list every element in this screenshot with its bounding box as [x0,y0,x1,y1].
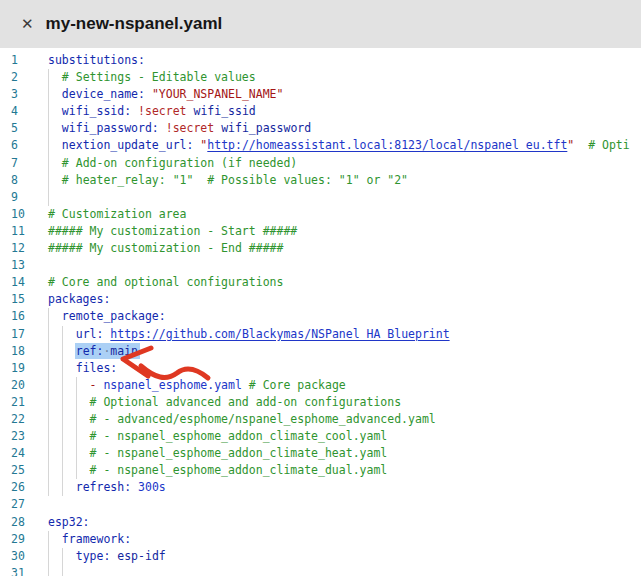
indent-guide [48,565,49,576]
line-number: 9 [11,189,18,206]
line-number: 21 [11,394,25,411]
code-line[interactable]: 26 refresh: 300s [0,479,641,496]
line-number: 29 [11,531,25,548]
code-token: !secret [138,104,186,118]
code-text: # - advanced/esphome/nspanel_esphome_adv… [48,411,436,428]
code-token: # Customization area [48,207,186,221]
code-line[interactable]: 24 # - nspanel_esphome_addon_climate_hea… [0,445,641,462]
code-line[interactable]: 22 # - advanced/esphome/nspanel_esphome_… [0,411,641,428]
code-token: "YOUR_NSPANEL_NAME" [152,87,284,101]
code-token: substitutions: [48,53,145,67]
code-text: type: esp-idf [48,548,166,565]
line-number: 28 [11,514,25,531]
code-line[interactable]: 13 [0,257,641,274]
code-line[interactable]: 14# Core and optional configurations [0,274,641,291]
code-token: # Add-on configuration (if needed) [62,156,297,170]
code-text: substitutions: [48,52,145,69]
line-number: 8 [11,172,18,189]
line-number: 18 [11,343,25,360]
code-text: # - nspanel_esphome_addon_climate_dual.y… [48,462,387,479]
code-line[interactable]: 6 nextion_update_url: "http://homeassist… [0,137,641,154]
code-text: # Core and optional configurations [48,274,283,291]
code-line[interactable]: 2 # Settings - Editable values [0,69,641,86]
code-line[interactable]: 17 url: https://github.com/Blackymas/NSP… [0,326,641,343]
line-number: 15 [11,291,25,308]
code-line[interactable]: 12##### My customization - End ##### [0,240,641,257]
file-tab-header: ✕ my-new-nspanel.yaml [0,0,641,48]
code-line[interactable]: 23 # - nspanel_esphome_addon_climate_coo… [0,428,641,445]
code-token: esp-idf [117,549,165,563]
code-line[interactable]: 8 # heater_relay: "1" # Possible values:… [0,172,641,189]
code-text: ##### My customization - End ##### [48,240,283,257]
code-line[interactable]: 29 framework: [0,531,641,548]
code-line[interactable]: 27 [0,496,641,513]
code-line[interactable]: 18 ref:·main [0,343,641,360]
line-number: 24 [11,445,25,462]
code-line[interactable]: 20 - nspanel_esphome.yaml # Core package [0,377,641,394]
code-token [131,104,138,118]
line-number: 27 [11,496,25,513]
code-line[interactable]: 9 [0,189,641,206]
code-line[interactable]: 31 [0,565,641,576]
code-line[interactable]: 10# Customization area [0,206,641,223]
code-line[interactable]: 1substitutions: [0,52,641,69]
line-number: 11 [11,223,25,240]
code-line[interactable]: 7 # Add-on configuration (if needed) [0,155,641,172]
code-token: - [90,378,104,392]
code-text: # Add-on configuration (if needed) [48,155,297,172]
code-text: files: [48,360,117,377]
code-line[interactable]: 25 # - nspanel_esphome_addon_climate_dua… [0,462,641,479]
code-token: refresh: [76,480,131,494]
code-text: url: https://github.com/Blackymas/NSPane… [48,326,450,343]
code-token: wifi_password: [62,121,159,135]
indent-guide [62,565,63,576]
line-number: 26 [11,479,25,496]
code-token: # Optional advanced and add-on configura… [90,395,402,409]
code-token: ref: [76,344,104,358]
code-line[interactable]: 16 remote_package: [0,308,641,325]
code-text: # - nspanel_esphome_addon_climate_cool.y… [48,428,387,445]
code-text: # - nspanel_esphome_addon_climate_heat.y… [48,445,387,462]
code-token: nspanel_esphome.yaml [103,378,241,392]
code-token: remote_package: [62,309,166,323]
code-token: # Core package [249,378,346,392]
code-token [242,378,249,392]
code-token [145,87,152,101]
code-line[interactable]: 21 # Optional advanced and add-on config… [0,394,641,411]
code-token: device_name: [62,87,145,101]
code-token [131,480,138,494]
code-token: files: [76,361,118,375]
code-line[interactable]: 5 wifi_password: !secret wifi_password [0,120,641,137]
close-icon[interactable]: ✕ [21,17,34,32]
code-text: nextion_update_url: "http://homeassistan… [48,137,630,154]
code-editor[interactable]: 1substitutions:2 # Settings - Editable v… [0,48,641,576]
line-number: 20 [11,377,25,394]
selected-text: ref:·main [75,343,140,359]
code-token: # - nspanel_esphome_addon_climate_heat.y… [90,446,388,460]
line-number: 2 [11,69,18,86]
code-line[interactable]: 4 wifi_ssid: !secret wifi_ssid [0,103,641,120]
code-token: main [110,344,138,358]
code-line[interactable]: 30 type: esp-idf [0,548,641,565]
code-text: # heater_relay: "1" # Possible values: "… [48,172,408,189]
code-line[interactable]: 28esp32: [0,514,641,531]
line-number: 23 [11,428,25,445]
code-token: # Opti [588,138,630,152]
line-number: 7 [11,155,18,172]
code-token: # Core and optional configurations [48,275,283,289]
line-number: 5 [11,120,18,137]
code-text: ref:·main [48,343,138,360]
code-token: # heater_relay: "1" # Possible values: "… [62,173,408,187]
line-number: 14 [11,274,25,291]
code-text: wifi_password: !secret wifi_password [48,120,311,137]
code-line[interactable]: 3 device_name: "YOUR_NSPANEL_NAME" [0,86,641,103]
line-number: 12 [11,240,25,257]
code-line[interactable]: 19 files: [0,360,641,377]
code-token: !secret [166,121,214,135]
line-number: 1 [11,52,18,69]
line-number: 22 [11,411,25,428]
code-line[interactable]: 15packages: [0,291,641,308]
code-line[interactable]: 11##### My customization - Start ##### [0,223,641,240]
file-title: my-new-nspanel.yaml [46,14,223,34]
code-token: type: [76,549,111,563]
